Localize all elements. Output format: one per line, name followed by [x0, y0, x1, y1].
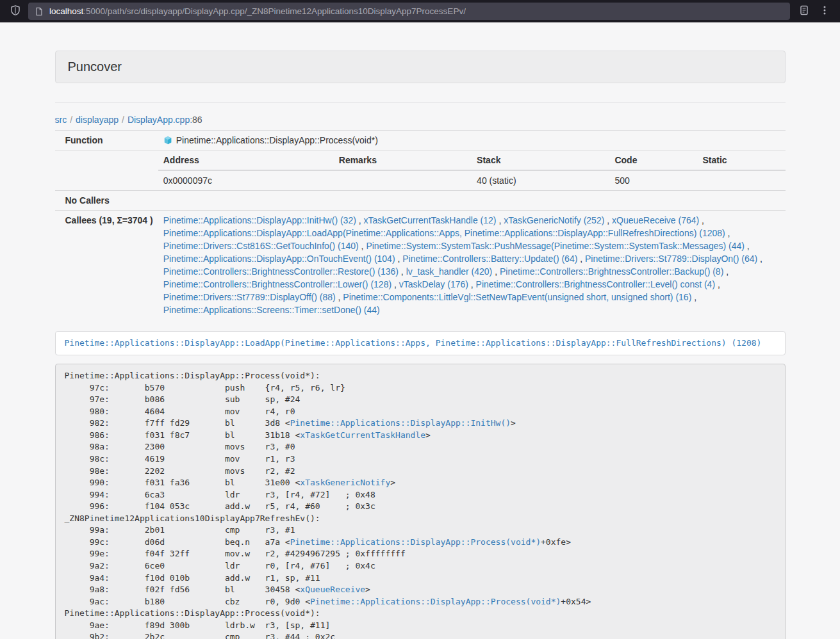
callee-link[interactable]: xTaskGenericNotify (252) [504, 215, 604, 225]
code-line: Pinetime::Applications::DisplayApp::Proc… [65, 370, 776, 382]
highlighted-callee-link[interactable]: Pinetime::Applications::DisplayApp::Load… [65, 338, 762, 348]
callee-link[interactable]: xQueueReceive (764) [612, 215, 699, 225]
code-line: Pinetime::Applications::DisplayApp::Proc… [65, 608, 776, 620]
callee-link[interactable]: Pinetime::Controllers::Battery::Update()… [402, 254, 577, 264]
breadcrumb-link[interactable]: src [55, 115, 67, 125]
code-line: 9a8: f02f fd56 bl 30458 <xQueueReceive> [65, 584, 776, 596]
callee-link[interactable]: Pinetime::Drivers::Cst816S::GetTouchInfo… [163, 241, 359, 251]
function-name-cell: Pinetime::Applications::DisplayApp::Proc… [158, 131, 786, 150]
callee-separator: , [745, 241, 750, 251]
callee-separator: , [492, 266, 500, 277]
page-info-icon[interactable] [35, 7, 44, 16]
callee-link[interactable]: Pinetime::Applications::DisplayApp::Load… [163, 228, 725, 238]
callees-list: Pinetime::Applications::DisplayApp::Init… [158, 211, 786, 320]
callee-link[interactable]: Pinetime::Drivers::St7789::DisplayOn() (… [585, 254, 757, 264]
callees-row: Callees (19, Σ=3704 ) Pinetime::Applicat… [55, 211, 786, 320]
breadcrumb-separator: / [119, 115, 128, 125]
code-line: 996: f104 053c add.w r5, r4, #60 ; 0x3c [65, 501, 776, 513]
callee-link[interactable]: vTaskDelay (176) [399, 279, 468, 289]
code-line: 9a2: 6ce0 ldr r0, [r4, #76] ; 0x4c [65, 560, 776, 572]
breadcrumb-link[interactable]: DisplayApp.cpp: [128, 115, 192, 125]
code-symbol-link[interactable]: Pinetime::Applications::DisplayApp::Proc… [290, 537, 541, 547]
callee-link[interactable]: Pinetime::Controllers::BrightnessControl… [163, 279, 391, 289]
code-line: 99c: d06d beq.n a7a <Pinetime::Applicati… [65, 537, 776, 549]
url-host: localhost [49, 6, 83, 16]
col-code: Code [609, 150, 697, 170]
callee-link[interactable]: Pinetime::Controllers::BrightnessControl… [163, 266, 399, 277]
code-symbol-link[interactable]: xQueueReceive [300, 585, 365, 594]
symbol-table: Function Pinetime::Applications::Display… [55, 130, 786, 320]
highlighted-callee: Pinetime::Applications::DisplayApp::Load… [55, 331, 786, 355]
code-symbol-link[interactable]: xTaskGenericNotify [300, 478, 390, 487]
details-row-spacer [55, 150, 158, 191]
callee-link[interactable]: Pinetime::Components::LittleVgl::SetNewT… [343, 292, 691, 302]
callee-link[interactable]: xTaskGetCurrentTaskHandle (12) [364, 215, 497, 225]
callee-separator: , [604, 215, 612, 225]
stack-value: 40 (static) [472, 170, 609, 190]
callee-link[interactable]: Pinetime::Applications::Screens::Timer::… [163, 305, 380, 315]
callee-separator: , [723, 266, 729, 277]
shield-button[interactable] [5, 3, 26, 20]
shield-icon [10, 5, 21, 17]
callee-separator: , [497, 215, 504, 225]
callee-separator: , [577, 254, 585, 264]
function-row: Function Pinetime::Applications::Display… [55, 131, 786, 150]
url-text: localhost:5000/path/src/displayapp/Displ… [49, 6, 466, 16]
code-symbol-link[interactable]: Pinetime::Applications::DisplayApp::Init… [290, 418, 511, 428]
reader-view-button[interactable] [794, 3, 814, 20]
content-container: Puncover src/displayapp/DisplayApp.cpp:8… [55, 51, 786, 639]
callee-separator: , [757, 254, 762, 264]
callee-separator: , [391, 279, 399, 289]
url-bar[interactable]: localhost:5000/path/src/displayapp/Displ… [28, 3, 790, 20]
code-line: 9ac: b180 cbz r0, 9d0 <Pinetime::Applica… [65, 596, 776, 608]
callee-link[interactable]: lv_task_handler (420) [406, 266, 493, 277]
callee-link[interactable]: Pinetime::Applications::DisplayApp::OnTo… [163, 254, 395, 264]
no-callers-row: No Callers [55, 191, 786, 211]
code-line: 9ae: f89d 300b ldrb.w r3, [sp, #11] [65, 620, 776, 632]
function-label: Function [55, 131, 158, 150]
callee-separator: , [468, 279, 476, 289]
col-address: Address [158, 150, 334, 170]
code-line: 99a: 2b01 cmp r3, #1 [65, 524, 776, 537]
code-line: 98a: 2300 movs r3, #0 [65, 441, 776, 453]
callee-separator: , [395, 254, 403, 264]
function-details-table: Address Remarks Stack Code Static 0x0000… [158, 150, 786, 190]
col-stack: Stack [472, 150, 609, 170]
callee-link[interactable]: Pinetime::Drivers::St7789::DisplayOff() … [163, 292, 336, 302]
disassembly: Pinetime::Applications::DisplayApp::Proc… [55, 364, 786, 639]
col-static: Static [697, 150, 785, 170]
code-size-value: 500 [609, 170, 697, 190]
callees-label: Callees (19, Σ=3704 ) [55, 211, 158, 320]
breadcrumb-link[interactable]: displayapp [76, 115, 119, 125]
code-line: 9a4: f10d 010b add.w r1, sp, #11 [65, 572, 776, 585]
static-value [697, 170, 785, 190]
function-symbol-icon [163, 135, 172, 144]
browser-menu-button[interactable] [814, 3, 835, 20]
function-details-cell: Address Remarks Stack Code Static 0x0000… [158, 150, 786, 191]
breadcrumb: src/displayapp/DisplayApp.cpp:86 [55, 115, 786, 125]
function-name: Pinetime::Applications::DisplayApp::Proc… [176, 135, 378, 145]
code-line: 990: f031 fa36 bl 31e00 <xTaskGenericNot… [65, 477, 776, 489]
code-line: 980: 4604 mov r4, r0 [65, 406, 776, 418]
divider [55, 102, 786, 103]
callee-link[interactable]: Pinetime::Controllers::BrightnessControl… [476, 279, 715, 289]
no-callers-label: No Callers [55, 191, 158, 211]
code-symbol-link[interactable]: Pinetime::Applications::DisplayApp::Proc… [310, 597, 561, 606]
code-line: _ZN8Pinetime12Applications10DisplayApp7R… [65, 513, 776, 525]
callee-separator: , [336, 292, 343, 302]
callee-link[interactable]: Pinetime::Applications::DisplayApp::Init… [163, 215, 356, 225]
code-line: 982: f7ff fd29 bl 3d8 <Pinetime::Applica… [65, 417, 776, 430]
breadcrumb-current: 86 [192, 115, 202, 125]
callee-separator: , [691, 292, 696, 302]
breadcrumb-separator: / [67, 115, 76, 125]
callee-separator: , [356, 215, 364, 225]
page-title: Puncover [68, 60, 122, 74]
callee-link[interactable]: Pinetime::Controllers::BrightnessControl… [500, 266, 723, 277]
remarks-value [334, 170, 472, 190]
details-values-row: 0x0000097c 40 (static) 500 [158, 170, 786, 190]
code-line: 994: 6ca3 ldr r3, [r4, #72] ; 0x48 [65, 489, 776, 501]
callee-link[interactable]: Pinetime::System::SystemTask::PushMessag… [366, 241, 745, 251]
code-symbol-link[interactable]: xTaskGetCurrentTaskHandle [300, 430, 425, 440]
col-remarks: Remarks [334, 150, 472, 170]
code-line: 97e: b086 sub sp, #24 [65, 394, 776, 406]
